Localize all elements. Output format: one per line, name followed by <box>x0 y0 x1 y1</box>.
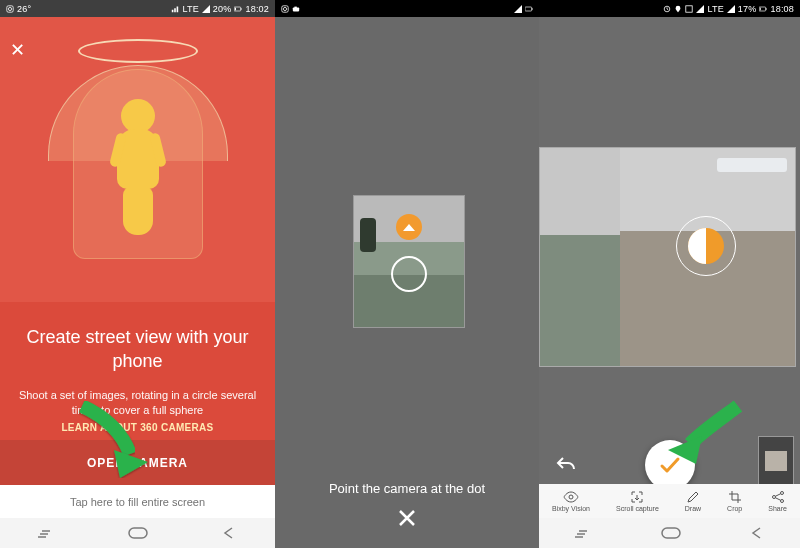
capture-screen: Point the camera at the dot <box>275 17 539 548</box>
nfc-icon <box>685 5 693 13</box>
guidance-arrow-icon <box>64 398 154 478</box>
svg-rect-10 <box>525 7 532 11</box>
svg-point-1 <box>8 7 11 10</box>
tool-label: Bixby Vision <box>552 505 590 512</box>
tool-label: Crop <box>727 505 742 512</box>
svg-point-7 <box>283 7 286 10</box>
halo-ring <box>78 39 198 63</box>
signal-icon <box>727 5 735 13</box>
scroll-capture-icon <box>630 490 644 504</box>
illustration-area <box>0 17 275 302</box>
svg-rect-16 <box>760 7 761 10</box>
svg-point-19 <box>772 496 775 499</box>
network-label: LTE <box>707 4 723 14</box>
svg-rect-21 <box>662 528 680 538</box>
onboarding-title: Create street view with your phone <box>14 325 261 374</box>
svg-point-18 <box>780 492 783 495</box>
battery-icon <box>525 5 533 13</box>
battery-icon <box>759 5 767 13</box>
home-button[interactable] <box>661 527 681 539</box>
crop-button[interactable]: Crop <box>727 490 742 512</box>
back-button[interactable] <box>222 526 238 540</box>
network-label: LTE <box>182 4 198 14</box>
draw-button[interactable]: Draw <box>685 490 701 512</box>
svg-rect-4 <box>235 7 236 10</box>
svg-rect-6 <box>282 5 288 11</box>
battery-icon <box>234 5 242 13</box>
camera-icon <box>292 5 300 13</box>
target-dot-icon <box>396 214 422 240</box>
share-button[interactable]: Share <box>768 490 787 512</box>
svg-rect-5 <box>129 528 147 538</box>
close-icon[interactable]: ✕ <box>10 41 25 59</box>
ac-unit-object <box>717 158 787 172</box>
instagram-icon <box>6 5 14 13</box>
clock: 18:02 <box>245 4 269 14</box>
tool-label: Scroll capture <box>616 505 659 512</box>
signal-icon <box>202 5 210 13</box>
recents-button[interactable] <box>574 526 592 540</box>
signal-icon <box>514 5 522 13</box>
panel-streetview-onboarding: 26° LTE 20% 18:02 ✕ Create street view w… <box>0 0 275 548</box>
alarm-icon <box>663 5 671 13</box>
svg-point-17 <box>569 495 573 499</box>
instagram-icon <box>281 5 289 13</box>
battery-percent: 17% <box>738 4 757 14</box>
screenshot-toolbar: Bixby Vision Scroll capture Draw Crop Sh… <box>539 484 800 518</box>
battery-percent: 20% <box>213 4 232 14</box>
share-icon <box>771 490 785 504</box>
guidance-arrow-icon <box>660 400 750 470</box>
last-capture-thumbnail[interactable] <box>758 436 794 486</box>
recents-button[interactable] <box>37 526 55 540</box>
crop-icon <box>728 490 742 504</box>
tool-label: Share <box>768 505 787 512</box>
signal-icon <box>171 5 179 13</box>
capture-prompt: Point the camera at the dot <box>275 481 539 496</box>
status-bar: LTE 17% 18:08 <box>539 0 800 17</box>
fill-screen-hint[interactable]: Tap here to fill entire screen <box>0 485 275 518</box>
system-navbar <box>539 518 800 548</box>
panel-capture-done: LTE 17% 18:08 Bixby Vision <box>539 0 800 548</box>
panorama-preview <box>539 147 796 367</box>
pegman-icon <box>108 99 168 235</box>
status-bar <box>275 0 539 17</box>
cancel-capture-button[interactable] <box>389 500 425 536</box>
signal-icon <box>696 5 704 13</box>
back-button[interactable] <box>750 526 766 540</box>
tool-label: Draw <box>685 505 701 512</box>
svg-rect-3 <box>241 8 242 9</box>
aim-ring-icon <box>391 256 427 292</box>
scroll-capture-button[interactable]: Scroll capture <box>616 490 659 512</box>
viewfinder <box>353 195 465 328</box>
svg-rect-9 <box>294 6 296 8</box>
svg-rect-11 <box>532 8 533 9</box>
pencil-icon <box>686 490 700 504</box>
status-bar: 26° LTE 20% 18:02 <box>0 0 275 17</box>
fill-screen-label: Tap here to fill entire screen <box>70 496 205 508</box>
svg-point-20 <box>780 500 783 503</box>
room-segment-left <box>540 148 620 366</box>
svg-rect-0 <box>7 5 13 11</box>
fan-object <box>360 218 376 252</box>
svg-rect-15 <box>766 8 767 9</box>
temperature: 26° <box>17 4 31 14</box>
next-dot-marker-icon <box>688 228 724 264</box>
clock: 18:08 <box>770 4 794 14</box>
panel-camera-capture: Point the camera at the dot <box>275 0 539 548</box>
system-navbar <box>0 518 275 548</box>
svg-rect-13 <box>686 5 692 11</box>
location-icon <box>674 5 682 13</box>
eye-icon <box>563 490 579 504</box>
home-button[interactable] <box>128 527 148 539</box>
undo-button[interactable] <box>551 448 581 478</box>
bixby-vision-button[interactable]: Bixby Vision <box>552 490 590 512</box>
